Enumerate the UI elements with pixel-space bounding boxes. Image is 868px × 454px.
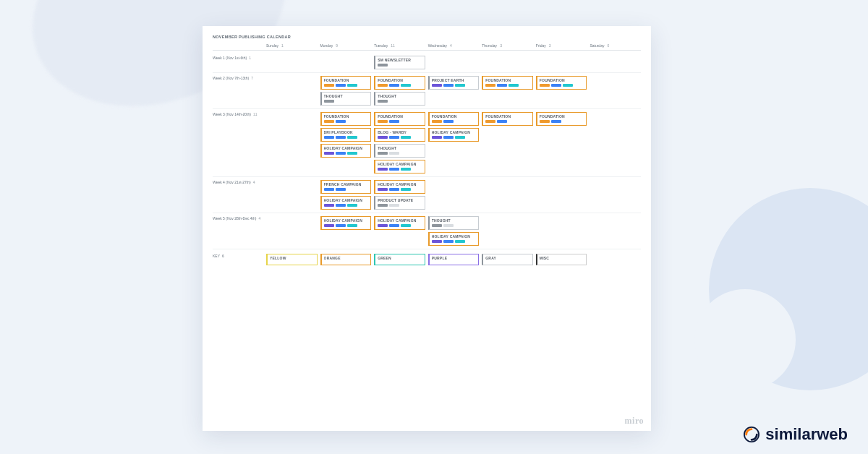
- content-card[interactable]: FOUNDATION: [374, 112, 425, 126]
- content-card[interactable]: HOLIDAY CAMPAIGN: [320, 144, 372, 158]
- legend-item[interactable]: MISC: [536, 254, 587, 265]
- day-cell[interactable]: [536, 216, 587, 246]
- day-cell[interactable]: [482, 216, 533, 246]
- day-cell[interactable]: FOUNDATIONBLOG - WARBYTHOUGHTHOLIDAY CAM…: [374, 112, 425, 174]
- day-cell[interactable]: [266, 216, 318, 246]
- day-cell[interactable]: [536, 180, 587, 210]
- card-title: FRENCH CAMPAIGN: [324, 182, 369, 187]
- day-cell[interactable]: FOUNDATION: [536, 112, 587, 174]
- day-cell[interactable]: [320, 56, 372, 69]
- day-cell[interactable]: [590, 216, 641, 246]
- day-cell[interactable]: PROJECT EARTH: [428, 76, 480, 106]
- content-card[interactable]: HOLIDAY CAMPAIGN: [428, 128, 480, 142]
- day-cell[interactable]: FOUNDATION: [482, 76, 533, 106]
- card-title: HOLIDAY CAMPAIGN: [432, 234, 477, 239]
- similarweb-icon: [744, 427, 760, 442]
- tag-chip: [389, 188, 399, 191]
- content-card[interactable]: DRI PLAYBOOK: [320, 128, 372, 142]
- day-cell[interactable]: HOLIDAY CAMPAIGNPRODUCT UPDATE: [374, 180, 425, 210]
- day-cell[interactable]: [590, 112, 641, 174]
- card-title: DRI PLAYBOOK: [324, 130, 369, 134]
- content-card[interactable]: HOLIDAY CAMPAIGN: [374, 160, 425, 174]
- tag-chip: [347, 224, 357, 227]
- day-cell[interactable]: FRENCH CAMPAIGNHOLIDAY CAMPAIGN: [320, 180, 372, 210]
- day-header: Thursday3: [482, 43, 533, 48]
- tag-chip: [324, 120, 334, 123]
- tag-chip: [389, 204, 399, 207]
- day-cell[interactable]: FOUNDATION: [482, 112, 533, 174]
- day-cell[interactable]: [266, 180, 318, 210]
- content-card[interactable]: BLOG - WARBY: [374, 128, 425, 142]
- day-cell[interactable]: [590, 56, 641, 69]
- card-tags: [540, 120, 584, 123]
- content-card[interactable]: FOUNDATION: [428, 112, 480, 126]
- card-tags: [378, 168, 422, 171]
- legend-item-title: GRAY: [485, 256, 530, 260]
- tag-chip: [378, 136, 388, 139]
- card-title: PROJECT EARTH: [432, 78, 477, 82]
- content-card[interactable]: FOUNDATION: [320, 112, 372, 126]
- tag-chip: [540, 120, 550, 123]
- day-cell[interactable]: [266, 76, 318, 106]
- legend-item[interactable]: GREEN: [374, 254, 425, 265]
- day-cell[interactable]: FOUNDATIONTHOUGHT: [374, 76, 425, 106]
- tag-chip: [336, 188, 346, 191]
- content-card[interactable]: PRODUCT UPDATE: [374, 196, 425, 210]
- card-title: SM NEWSLETTER: [378, 58, 422, 62]
- tag-chip: [432, 224, 442, 227]
- day-cell[interactable]: THOUGHTHOLIDAY CAMPAIGN: [428, 216, 480, 246]
- card-tags: [485, 84, 530, 87]
- tag-chip: [347, 152, 357, 155]
- day-cell[interactable]: FOUNDATIONTHOUGHT: [320, 76, 372, 106]
- legend-item[interactable]: GRAY: [482, 254, 533, 265]
- content-card[interactable]: FOUNDATION: [536, 112, 587, 126]
- content-card[interactable]: HOLIDAY CAMPAIGN: [320, 216, 372, 230]
- content-card[interactable]: HOLIDAY CAMPAIGN: [428, 232, 480, 246]
- tag-chip: [378, 64, 388, 67]
- content-card[interactable]: FOUNDATION: [320, 76, 372, 90]
- week-label: Week 1 (Nov 1st-6th)1: [213, 56, 263, 69]
- day-cell[interactable]: FOUNDATIONHOLIDAY CAMPAIGN: [428, 112, 480, 174]
- day-cell[interactable]: [266, 56, 318, 69]
- content-card[interactable]: FOUNDATION: [536, 76, 587, 90]
- day-cell[interactable]: [428, 180, 480, 210]
- bg-shape: [694, 289, 796, 390]
- content-card[interactable]: FRENCH CAMPAIGN: [320, 180, 372, 194]
- day-cell[interactable]: [482, 180, 533, 210]
- content-card[interactable]: THOUGHT: [374, 92, 425, 106]
- card-tags: [378, 84, 422, 87]
- content-card[interactable]: THOUGHT: [320, 92, 372, 106]
- day-cell[interactable]: HOLIDAY CAMPAIGN: [320, 216, 372, 246]
- content-card[interactable]: THOUGHT: [374, 144, 425, 158]
- content-card[interactable]: THOUGHT: [428, 216, 480, 230]
- day-cell[interactable]: FOUNDATION: [536, 76, 587, 106]
- calendar-title: NOVEMBER PUBLISHING CALENDAR: [213, 35, 641, 39]
- card-title: FOUNDATION: [540, 78, 584, 82]
- miro-board[interactable]: NOVEMBER PUBLISHING CALENDAR Sunday1Mond…: [203, 26, 651, 431]
- tag-chip: [378, 84, 388, 87]
- content-card[interactable]: HOLIDAY CAMPAIGN: [320, 196, 372, 210]
- day-cell[interactable]: HOLIDAY CAMPAIGN: [374, 216, 425, 246]
- content-card[interactable]: PROJECT EARTH: [428, 76, 480, 90]
- day-cell[interactable]: [536, 56, 587, 69]
- content-card[interactable]: SM NEWSLETTER: [374, 56, 425, 69]
- tag-chip: [336, 136, 346, 139]
- day-cell[interactable]: [590, 180, 641, 210]
- content-card[interactable]: HOLIDAY CAMPAIGN: [374, 180, 425, 194]
- day-cell[interactable]: FOUNDATIONDRI PLAYBOOKHOLIDAY CAMPAIGN: [320, 112, 372, 174]
- day-cell[interactable]: [590, 76, 641, 106]
- legend-item[interactable]: PURPLE: [428, 254, 480, 265]
- card-tags: [324, 152, 369, 155]
- day-cell[interactable]: [266, 112, 318, 174]
- tag-chip: [443, 240, 454, 243]
- content-card[interactable]: FOUNDATION: [482, 76, 533, 90]
- content-card[interactable]: FOUNDATION: [482, 112, 533, 126]
- content-card[interactable]: FOUNDATION: [374, 76, 425, 90]
- legend-item[interactable]: YELLOW: [266, 254, 318, 265]
- legend-item[interactable]: ORANGE: [320, 254, 372, 265]
- day-cell[interactable]: SM NEWSLETTER: [374, 56, 425, 69]
- day-cell[interactable]: [428, 56, 480, 69]
- content-card[interactable]: HOLIDAY CAMPAIGN: [374, 216, 425, 230]
- day-cell[interactable]: [482, 56, 533, 69]
- tag-chip: [443, 84, 454, 87]
